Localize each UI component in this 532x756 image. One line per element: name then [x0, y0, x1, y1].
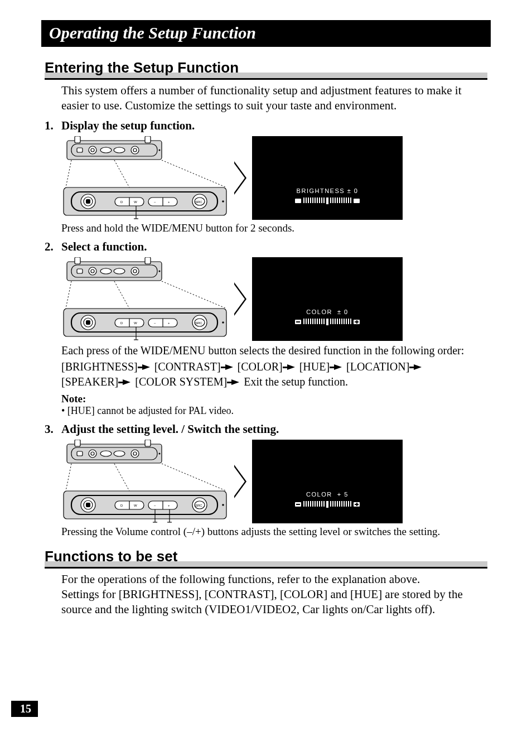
slider-ticks: [303, 319, 351, 325]
plus-label: +: [168, 200, 170, 204]
svg-point-26: [222, 200, 224, 203]
step-3-title: Adjust the setting level. / Switch the s…: [61, 422, 279, 436]
step-2-figure: DW –+ SRC COLOR ± 0: [61, 257, 487, 341]
page: Operating the Setup Function Entering th…: [0, 0, 532, 756]
arrow-right-icon: [225, 364, 233, 370]
svg-rect-33: [77, 269, 83, 273]
section1-intro: This system offers a number of functiona…: [61, 83, 487, 113]
step-1-caption: Press and hold the WIDE/MENU button for …: [61, 222, 487, 234]
section2-body: For the operations of the following func…: [61, 572, 487, 617]
seq-item: [CONTRAST]: [154, 360, 221, 373]
section-heading-functions: Functions to be set: [45, 548, 487, 569]
svg-line-76: [162, 464, 226, 491]
svg-point-9: [131, 146, 139, 154]
svg-rect-4: [77, 148, 83, 152]
step-2-sequence: [BRIGHTNESS] [CONTRAST] [COLOR] [HUE] [L…: [61, 359, 487, 389]
svg-point-36: [100, 268, 112, 274]
svg-point-40: [159, 270, 161, 272]
svg-point-11: [159, 149, 161, 151]
slider-minus-icon: [295, 502, 301, 507]
svg-point-74: [159, 452, 161, 454]
slider-minus-icon: [295, 199, 301, 203]
svg-point-68: [89, 450, 96, 458]
arrow-right-icon: [123, 379, 130, 385]
slider-plus-icon: [354, 502, 360, 507]
svg-text:+: +: [168, 321, 170, 325]
step-1-figure: D W – + SRC BRIGHTNESS ± 0: [61, 136, 487, 220]
page-number: 15: [11, 701, 38, 717]
svg-point-34: [89, 267, 96, 275]
svg-line-77: [114, 464, 129, 491]
osd-label-3: COLOR + 5: [306, 491, 349, 498]
slider-minus-icon: [295, 320, 301, 324]
arrow-right-icon: [287, 364, 295, 370]
section-heading-entering: Entering the Setup Function: [45, 59, 487, 80]
svg-line-14: [114, 160, 129, 187]
seq-item: [SPEAKER]: [61, 375, 118, 388]
svg-point-8: [114, 147, 125, 153]
step-2: 2. Select a function.: [45, 240, 487, 254]
remote-illustration-1: D W – + SRC: [61, 136, 229, 220]
svg-line-75: [66, 464, 71, 491]
svg-line-13: [162, 160, 226, 187]
slider-ticks: [303, 501, 351, 508]
step-1: 1. Display the setup function.: [45, 119, 487, 133]
arrow-right-icon: [142, 364, 150, 370]
svg-point-38: [131, 267, 139, 275]
note-title: Note:: [61, 393, 487, 405]
arrow-icon: [234, 161, 246, 195]
slider-plus-icon-plain: [354, 199, 360, 203]
svg-rect-31: [145, 257, 151, 264]
svg-rect-30: [75, 257, 80, 264]
svg-rect-1: [75, 136, 80, 143]
seq-item: [HUE]: [299, 360, 330, 373]
osd-label-2: COLOR ± 0: [306, 309, 348, 315]
svg-text:D: D: [120, 321, 123, 325]
section-heading-text: Entering the Setup Function: [45, 59, 239, 77]
chapter-title: Operating the Setup Function: [49, 23, 256, 42]
w-label: W: [134, 200, 137, 204]
step-3: 3. Adjust the setting level. / Switch th…: [45, 422, 487, 436]
src-label: SRC: [195, 200, 202, 204]
svg-rect-2: [145, 136, 151, 143]
svg-point-60: [222, 321, 224, 324]
svg-point-7: [100, 147, 112, 153]
seq-item: [COLOR]: [238, 360, 283, 373]
svg-line-41: [66, 281, 71, 309]
remote-illustration-3: DW –+ SRC: [61, 440, 229, 523]
arrow-right-icon: [414, 364, 422, 370]
remote-illustration-2: DW –+ SRC: [61, 257, 229, 341]
svg-rect-67: [77, 451, 83, 456]
osd-screen-3: COLOR + 5: [252, 440, 403, 523]
step-3-caption: Pressing the Volume control (–/+) button…: [61, 526, 487, 538]
svg-point-71: [114, 451, 125, 456]
step-2-title: Select a function.: [61, 240, 147, 254]
slider-ticks: [303, 198, 351, 204]
chapter-title-bar: Operating the Setup Function: [41, 20, 491, 47]
step-1-title: Display the setup function.: [61, 119, 195, 133]
arrow-icon: [234, 282, 246, 316]
svg-rect-82: [86, 503, 90, 507]
svg-text:W: W: [134, 321, 137, 325]
step-2-note: Note: [HUE] cannot be adjusted for PAL v…: [61, 393, 487, 417]
step-2-num: 2.: [45, 240, 61, 254]
seq-item: [BRIGHTNESS]: [61, 360, 138, 373]
seq-tail: Exit the setup function.: [244, 375, 348, 388]
page-number-value: 15: [20, 702, 31, 715]
svg-point-70: [100, 451, 112, 456]
svg-text:SRC: SRC: [195, 504, 202, 507]
svg-line-42: [162, 281, 226, 309]
seq-item: [COLOR SYSTEM]: [135, 375, 227, 388]
osd-screen-1: BRIGHTNESS ± 0: [252, 136, 403, 220]
svg-rect-64: [75, 440, 80, 446]
step-2-desc: Each press of the WIDE/MENU button selec…: [61, 343, 487, 358]
svg-point-72: [131, 450, 139, 458]
osd-screen-2: COLOR ± 0: [252, 257, 403, 341]
arrow-right-icon: [334, 364, 342, 370]
step-3-figure: DW –+ SRC COLOR + 5: [61, 440, 487, 523]
arrow-right-icon: [231, 379, 239, 385]
osd-slider-1: [295, 198, 360, 204]
svg-point-37: [114, 268, 125, 274]
section-heading-text: Functions to be set: [45, 548, 177, 566]
seq-item: [LOCATION]: [346, 360, 409, 373]
